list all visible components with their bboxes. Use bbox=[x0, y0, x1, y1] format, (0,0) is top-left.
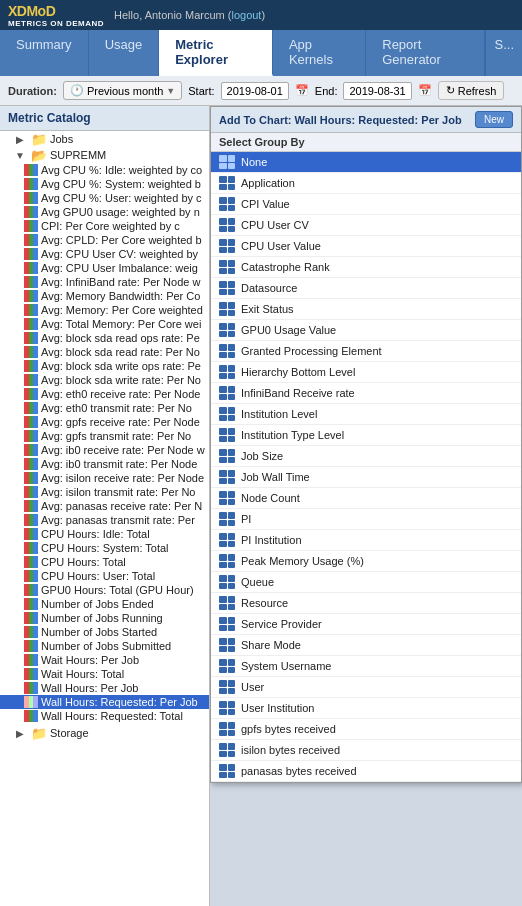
tree-num-jobs-ended[interactable]: Number of Jobs Ended bbox=[0, 597, 209, 611]
groupby-pi[interactable]: PI bbox=[211, 509, 521, 530]
tree-cpu-hours-idle[interactable]: CPU Hours: Idle: Total bbox=[0, 527, 209, 541]
tab-usage[interactable]: Usage bbox=[89, 30, 160, 76]
tree-ib0-transmit[interactable]: Avg: ib0 transmit rate: Per Node bbox=[0, 457, 209, 471]
tree-gpu0-hours[interactable]: GPU0 Hours: Total (GPU Hour) bbox=[0, 583, 209, 597]
start-date-input[interactable]: 2019-08-01 bbox=[221, 82, 289, 100]
tab-summary[interactable]: Summary bbox=[0, 30, 89, 76]
groupby-cpu-user-cv[interactable]: CPU User CV bbox=[211, 215, 521, 236]
tab-metric-explorer[interactable]: Metric Explorer bbox=[159, 30, 273, 76]
groupby-catastrophe-rank[interactable]: Catastrophe Rank bbox=[211, 257, 521, 278]
logout-link[interactable]: logout bbox=[231, 9, 261, 21]
tree-avg-gpu0[interactable]: Avg GPU0 usage: weighted by n bbox=[0, 205, 209, 219]
tree-cpu-user-cv[interactable]: Avg: CPU User CV: weighted by bbox=[0, 247, 209, 261]
tree-memory-bw[interactable]: Avg: Memory Bandwidth: Per Co bbox=[0, 289, 209, 303]
tree-block-sda-write-ops[interactable]: Avg: block sda write ops rate: Pe bbox=[0, 359, 209, 373]
tree-num-jobs-started[interactable]: Number of Jobs Started bbox=[0, 625, 209, 639]
tree-memory[interactable]: Avg: Memory: Per Core weighted bbox=[0, 303, 209, 317]
groupby-share-mode[interactable]: Share Mode bbox=[211, 635, 521, 656]
tree-supremm-folder[interactable]: ▼ 📂 SUPREMM bbox=[0, 147, 209, 163]
groupby-application[interactable]: Application bbox=[211, 173, 521, 194]
tree-isilon-transmit[interactable]: Avg: isilon transmit rate: Per No bbox=[0, 485, 209, 499]
tree-cpu-hours-system[interactable]: CPU Hours: System: Total bbox=[0, 541, 209, 555]
grid-icon bbox=[219, 197, 235, 211]
tree-isilon-receive[interactable]: Avg: isilon receive rate: Per Node bbox=[0, 471, 209, 485]
bar-chart-icon bbox=[24, 430, 38, 442]
tree-cpu-hours-total[interactable]: CPU Hours: Total bbox=[0, 555, 209, 569]
tree-block-sda-write[interactable]: Avg: block sda write rate: Per No bbox=[0, 373, 209, 387]
user-greeting: Hello, Antonio Marcum (logout) bbox=[114, 9, 265, 21]
tree-avg-cpu-system[interactable]: Avg CPU %: System: weighted b bbox=[0, 177, 209, 191]
duration-bar: Duration: 🕐 Previous month ▼ Start: 2019… bbox=[0, 76, 522, 106]
groupby-system-username[interactable]: System Username bbox=[211, 656, 521, 677]
tree-gpfs-transmit[interactable]: Avg: gpfs transmit rate: Per No bbox=[0, 429, 209, 443]
tree-wait-hours-per-job[interactable]: Wait Hours: Per Job bbox=[0, 653, 209, 667]
tree-wall-hours-per-job[interactable]: Wall Hours: Per Job bbox=[0, 681, 209, 695]
groupby-node-count[interactable]: Node Count bbox=[211, 488, 521, 509]
folder-icon: 📁 bbox=[31, 132, 47, 146]
groupby-peak-memory[interactable]: Peak Memory Usage (%) bbox=[211, 551, 521, 572]
tree-wait-hours-total[interactable]: Wait Hours: Total bbox=[0, 667, 209, 681]
tree-num-jobs-running[interactable]: Number of Jobs Running bbox=[0, 611, 209, 625]
bar-chart-icon bbox=[24, 388, 38, 400]
tree-cpu-imbalance[interactable]: Avg: CPU User Imbalance: weig bbox=[0, 261, 209, 275]
tab-more[interactable]: S... bbox=[485, 30, 522, 76]
groupby-job-size[interactable]: Job Size bbox=[211, 446, 521, 467]
previous-month-selector[interactable]: 🕐 Previous month ▼ bbox=[63, 81, 182, 100]
tree-block-sda-read[interactable]: Avg: block sda read rate: Per No bbox=[0, 345, 209, 359]
tree-avg-cpu-user[interactable]: Avg CPU %: User: weighted by c bbox=[0, 191, 209, 205]
groupby-granted-processing[interactable]: Granted Processing Element bbox=[211, 341, 521, 362]
tab-app-kernels[interactable]: App Kernels bbox=[273, 30, 366, 76]
groupby-gpfs-bytes[interactable]: gpfs bytes received bbox=[211, 719, 521, 740]
tree-storage-folder[interactable]: ▶ 📁 Storage bbox=[0, 725, 209, 741]
groupby-isilon-bytes[interactable]: isilon bytes received bbox=[211, 740, 521, 761]
tree-eth0-transmit[interactable]: Avg: eth0 transmit rate: Per No bbox=[0, 401, 209, 415]
groupby-queue[interactable]: Queue bbox=[211, 572, 521, 593]
groupby-exit-status[interactable]: Exit Status bbox=[211, 299, 521, 320]
groupby-user[interactable]: User bbox=[211, 677, 521, 698]
groupby-pi-institution[interactable]: PI Institution bbox=[211, 530, 521, 551]
groupby-job-wall-time[interactable]: Job Wall Time bbox=[211, 467, 521, 488]
tree-gpfs-receive[interactable]: Avg: gpfs receive rate: Per Node bbox=[0, 415, 209, 429]
end-date-input[interactable]: 2019-08-31 bbox=[343, 82, 411, 100]
groupby-hierarchy-bottom[interactable]: Hierarchy Bottom Level bbox=[211, 362, 521, 383]
expand-icon: ▶ bbox=[12, 132, 28, 146]
tree-wall-hours-requested-per-job[interactable]: Wall Hours: Requested: Per Job bbox=[0, 695, 209, 709]
grid-icon bbox=[219, 218, 235, 232]
groupby-gpu0-usage[interactable]: GPU0 Usage Value bbox=[211, 320, 521, 341]
tree-cpi[interactable]: CPI: Per Core weighted by c bbox=[0, 219, 209, 233]
groupby-institution-level[interactable]: Institution Level bbox=[211, 404, 521, 425]
tree-block-sda-read-ops[interactable]: Avg: block sda read ops rate: Pe bbox=[0, 331, 209, 345]
groupby-resource[interactable]: Resource bbox=[211, 593, 521, 614]
tree-ib0-receive[interactable]: Avg: ib0 receive rate: Per Node w bbox=[0, 443, 209, 457]
tab-report-generator[interactable]: Report Generator bbox=[366, 30, 485, 76]
date-icon-end[interactable]: 📅 bbox=[418, 84, 432, 97]
tree-cpu-hours-user[interactable]: CPU Hours: User: Total bbox=[0, 569, 209, 583]
groupby-service-provider[interactable]: Service Provider bbox=[211, 614, 521, 635]
tree-wall-hours-requested-total[interactable]: Wall Hours: Requested: Total bbox=[0, 709, 209, 723]
tree-total-memory[interactable]: Avg: Total Memory: Per Core wei bbox=[0, 317, 209, 331]
tree-panasas-transmit[interactable]: Avg: panasas transmit rate: Per bbox=[0, 513, 209, 527]
new-button[interactable]: New bbox=[475, 111, 513, 128]
duration-label: Duration: bbox=[8, 85, 57, 97]
tree-jobs-folder[interactable]: ▶ 📁 Jobs bbox=[0, 131, 209, 147]
refresh-button[interactable]: ↻ Refresh bbox=[438, 81, 505, 100]
tree-avg-cpu-idle[interactable]: Avg CPU %: Idle: weighted by co bbox=[0, 163, 209, 177]
date-icon-start[interactable]: 📅 bbox=[295, 84, 309, 97]
bar-chart-icon bbox=[24, 318, 38, 330]
groupby-user-institution[interactable]: User Institution bbox=[211, 698, 521, 719]
groupby-cpi-value[interactable]: CPI Value bbox=[211, 194, 521, 215]
tree-cpld[interactable]: Avg: CPLD: Per Core weighted b bbox=[0, 233, 209, 247]
tree-num-jobs-submitted[interactable]: Number of Jobs Submitted bbox=[0, 639, 209, 653]
tree-eth0-receive[interactable]: Avg: eth0 receive rate: Per Node bbox=[0, 387, 209, 401]
groupby-cpu-user-value[interactable]: CPU User Value bbox=[211, 236, 521, 257]
tree-infiniband[interactable]: Avg: InfiniBand rate: Per Node w bbox=[0, 275, 209, 289]
groupby-panasas-bytes[interactable]: panasas bytes received bbox=[211, 761, 521, 782]
groupby-datasource[interactable]: Datasource bbox=[211, 278, 521, 299]
groupby-institution-type[interactable]: Institution Type Level bbox=[211, 425, 521, 446]
groupby-infiniband-receive[interactable]: InfiniBand Receive rate bbox=[211, 383, 521, 404]
bar-chart-icon bbox=[24, 416, 38, 428]
groupby-none[interactable]: None bbox=[211, 152, 521, 173]
bar-chart-icon bbox=[24, 304, 38, 316]
tree-panasas-receive[interactable]: Avg: panasas receive rate: Per N bbox=[0, 499, 209, 513]
grid-icon bbox=[219, 764, 235, 778]
